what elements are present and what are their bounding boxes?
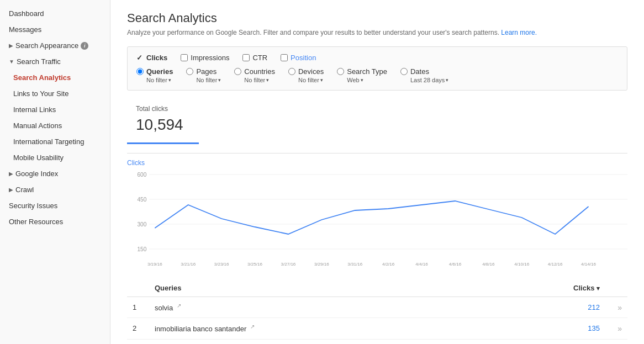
sidebar-item-search-analytics[interactable]: Search Analytics (0, 70, 110, 86)
row-rank: 1 (127, 297, 149, 318)
dropdown-arrow-icon: ▾ (266, 77, 269, 83)
clicks-col-header[interactable]: Clicks ▾ (490, 279, 605, 297)
queries-col-header: Queries (149, 279, 490, 297)
svg-text:3/31/16: 3/31/16 (347, 262, 362, 267)
svg-text:3/27/16: 3/27/16 (281, 262, 296, 267)
learn-more-link[interactable]: Learn more. (501, 29, 537, 36)
search-type-filter[interactable]: Web ▾ (337, 77, 387, 83)
svg-text:3/23/16: 3/23/16 (214, 262, 229, 267)
sidebar-item-messages[interactable]: Messages (0, 22, 110, 38)
expand-col-header (605, 279, 627, 297)
impressions-checkbox[interactable]: Impressions (181, 54, 229, 62)
svg-text:4/4/16: 4/4/16 (415, 262, 428, 267)
svg-text:4/6/16: 4/6/16 (449, 262, 462, 267)
svg-text:4/14/16: 4/14/16 (581, 262, 596, 267)
sidebar-item-label: Security Issues (9, 202, 57, 210)
dates-radio[interactable]: Dates Last 28 days ▾ (400, 67, 448, 83)
sidebar-item-internal-links[interactable]: Internal Links (0, 102, 110, 118)
pages-radio[interactable]: Pages No filter ▾ (186, 67, 221, 83)
row-expand[interactable]: » (605, 318, 627, 339)
position-checkbox[interactable]: Position (281, 54, 316, 62)
sidebar-item-mobile-usability[interactable]: Mobile Usability (0, 150, 110, 166)
total-clicks-label: Total clicks (136, 105, 190, 113)
table-row: 2 inmobiliaria banco santander ↗ 135 » (127, 318, 627, 339)
chart-area: 600 450 300 150 3/19/16 3/21/16 3/23/16 … (127, 169, 627, 268)
impressions-label: Impressions (191, 54, 229, 62)
row-expand[interactable]: » (605, 297, 627, 318)
sidebar-item-label: International Targeting (13, 137, 84, 146)
chevron-right-icon: ▶ (9, 187, 13, 193)
chart-container: Clicks 600 450 300 150 3/19/16 3/21/16 3… (127, 153, 627, 268)
position-label: Position (291, 54, 316, 62)
svg-text:3/25/16: 3/25/16 (247, 262, 262, 267)
row-clicks: 212 (490, 297, 605, 318)
external-link-icon[interactable]: ↗ (250, 324, 255, 330)
chevron-down-icon: ▼ (9, 59, 14, 65)
sidebar-item-international-targeting[interactable]: International Targeting (0, 134, 110, 150)
row-clicks: 135 (490, 318, 605, 339)
sidebar-item-other-resources[interactable]: Other Resources (0, 214, 110, 230)
sidebar: Dashboard Messages ▶ Search Appearance i… (0, 0, 110, 344)
checkbox-row: ✓ Clicks Impressions CTR Position (136, 54, 618, 62)
svg-text:450: 450 (137, 197, 146, 203)
queries-radio[interactable]: Queries No filter ▾ (136, 67, 173, 83)
pages-filter[interactable]: No filter ▾ (186, 77, 221, 83)
dropdown-arrow-icon: ▾ (361, 77, 363, 83)
external-link-icon[interactable]: ↗ (177, 303, 181, 309)
sidebar-item-search-traffic[interactable]: ▼ Search Traffic (0, 54, 110, 70)
clicks-chart: 600 450 300 150 3/19/16 3/21/16 3/23/16 … (127, 169, 627, 268)
dropdown-arrow-icon: ▾ (218, 77, 221, 83)
svg-text:4/12/16: 4/12/16 (548, 262, 563, 267)
sidebar-item-manual-actions[interactable]: Manual Actions (0, 118, 110, 134)
sidebar-item-label: Google Index (15, 170, 58, 178)
svg-text:3/19/16: 3/19/16 (147, 262, 162, 267)
dates-filter[interactable]: Last 28 days ▾ (400, 77, 448, 83)
sidebar-item-label: Search Analytics (13, 73, 71, 82)
sidebar-item-label: Links to Your Site (13, 89, 68, 98)
sidebar-item-links-to-your-site[interactable]: Links to Your Site (0, 86, 110, 102)
clicks-checkbox[interactable]: ✓ Clicks (136, 54, 167, 62)
sidebar-item-label: Search Traffic (17, 57, 61, 66)
queries-table: Queries Clicks ▾ 1 solvia ↗ 212 » 2 inmo (127, 279, 627, 340)
ctr-checkbox[interactable]: CTR (242, 54, 267, 62)
sidebar-item-security-issues[interactable]: Security Issues (0, 198, 110, 214)
queries-filter[interactable]: No filter ▾ (136, 77, 173, 83)
svg-text:4/2/16: 4/2/16 (382, 262, 395, 267)
sidebar-item-label: Mobile Usability (13, 154, 64, 162)
countries-filter[interactable]: No filter ▾ (234, 77, 275, 83)
info-icon: i (81, 42, 88, 50)
dropdown-arrow-icon: ▾ (320, 77, 323, 83)
main-content: Search Analytics Analyze your performanc… (110, 0, 644, 344)
sidebar-item-crawl[interactable]: ▶ Crawl (0, 182, 110, 198)
rank-col-header (127, 279, 149, 297)
chart-y-label: Clicks (127, 159, 627, 167)
chevron-right-double-icon[interactable]: » (617, 324, 622, 333)
page-title: Search Analytics (127, 11, 627, 25)
clicks-label: Clicks (146, 54, 167, 62)
countries-radio[interactable]: Countries No filter ▾ (234, 67, 275, 83)
total-clicks-value: 10,594 (136, 116, 190, 134)
dropdown-arrow-icon: ▾ (446, 77, 448, 83)
row-query: inmobiliaria banco santander ↗ (149, 318, 490, 339)
sidebar-item-label: Manual Actions (13, 121, 62, 130)
svg-text:4/8/16: 4/8/16 (482, 262, 495, 267)
devices-radio[interactable]: Devices No filter ▾ (288, 67, 324, 83)
sort-desc-icon: ▾ (597, 285, 600, 292)
radio-row: Queries No filter ▾ Pages No filter ▾ (136, 67, 618, 83)
sidebar-item-label: Other Resources (9, 218, 63, 226)
table-row: 1 solvia ↗ 212 » (127, 297, 627, 318)
sidebar-item-label: Internal Links (13, 105, 56, 114)
svg-text:4/10/16: 4/10/16 (514, 262, 529, 267)
chevron-right-double-icon[interactable]: » (617, 303, 622, 312)
chevron-right-icon: ▶ (9, 43, 13, 49)
sidebar-item-google-index[interactable]: ▶ Google Index (0, 166, 110, 182)
ctr-label: CTR (252, 54, 267, 62)
search-type-radio[interactable]: Search Type Web ▾ (337, 67, 387, 83)
sidebar-item-label: Dashboard (9, 9, 44, 18)
devices-filter[interactable]: No filter ▾ (288, 77, 324, 83)
total-clicks-box: Total clicks 10,594 (127, 99, 199, 144)
sidebar-item-search-appearance[interactable]: ▶ Search Appearance i (0, 38, 110, 54)
svg-text:300: 300 (137, 221, 146, 227)
sidebar-item-dashboard[interactable]: Dashboard (0, 6, 110, 22)
sidebar-item-label: Messages (9, 25, 41, 34)
